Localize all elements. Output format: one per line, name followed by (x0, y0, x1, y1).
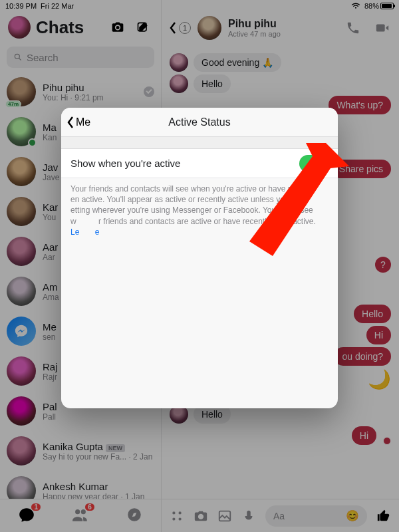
modal-title: Active Status (168, 116, 230, 128)
active-toggle-row[interactable]: Show when you're active (61, 149, 338, 178)
active-toggle-switch[interactable] (299, 155, 329, 172)
setting-description: Your friends and contacts will see when … (61, 178, 338, 237)
active-status-modal: Me Active Status Show when you're active… (61, 108, 338, 408)
modal-back-label: Me (76, 116, 90, 128)
setting-label: Show when you're active (70, 158, 180, 169)
modal-back-button[interactable]: Me (66, 108, 90, 137)
learn-more-link[interactable]: Le e (70, 227, 99, 237)
chevron-left-icon (66, 116, 74, 129)
